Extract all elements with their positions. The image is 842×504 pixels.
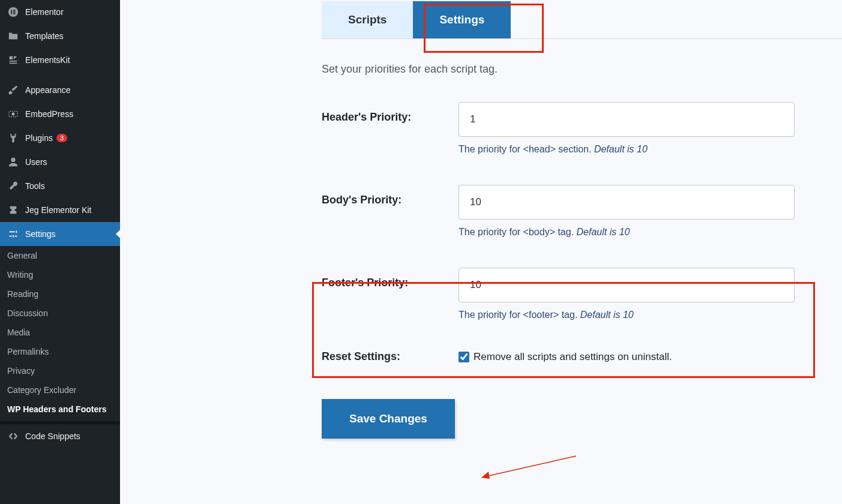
reset-checkbox[interactable] [459,352,469,362]
brush-icon [7,84,19,96]
tab-settings[interactable]: Settings [413,1,511,38]
annotation-arrow [480,452,582,482]
sidebar-item-label: EmbedPress [25,109,73,119]
intro-text: Set your priorities for each script tag. [322,63,842,76]
folder-icon [7,30,19,42]
sidebar-item-plugins[interactable]: Plugins 3 [0,126,120,150]
main-content: Scripts Settings Set your priorities for… [120,0,842,504]
elementor-icon [7,6,19,18]
header-priority-description: The priority for <head> section. Default… [459,144,795,155]
plugins-badge: 3 [56,134,67,142]
row-header-priority: Header's Priority: The priority for <hea… [322,102,842,155]
reset-settings-label: Reset Settings: [322,350,459,363]
reset-checkbox-wrap[interactable]: Remove all scripts and settings on unins… [459,351,672,363]
footer-priority-input[interactable] [459,268,795,302]
body-priority-input[interactable] [459,185,795,220]
svg-point-6 [12,113,14,115]
subitem-media[interactable]: Media [0,323,120,342]
svg-rect-3 [13,11,16,13]
row-footer-priority: Footer's Priority: The priority for <foo… [322,268,842,320]
reset-checkbox-label: Remove all scripts and settings on unins… [474,351,672,363]
sidebar-item-jeg[interactable]: Jeg Elementor Kit [0,198,120,222]
row-reset-settings: Reset Settings: Remove all scripts and s… [322,350,842,363]
subitem-category-excluder[interactable]: Category Excluder [0,380,120,400]
subitem-discussion[interactable]: Discussion [0,304,120,323]
svg-rect-2 [13,10,16,11]
sidebar-item-label: Tools [25,181,45,191]
subitem-writing[interactable]: Writing [0,265,120,284]
elementskit-icon [7,54,19,66]
body-priority-description: The priority for <body> tag. Default is … [459,227,795,238]
sidebar-item-label: Plugins [25,133,53,143]
footer-priority-description: The priority for <footer> tag. Default i… [459,310,795,320]
row-body-priority: Body's Priority: The priority for <body>… [322,185,842,238]
sidebar-item-code-snippets[interactable]: Code Snippets [0,424,120,448]
sidebar-item-label: Elementor [25,7,64,17]
svg-point-7 [11,158,15,162]
sidebar-item-embedpress[interactable]: EmbedPress [0,102,120,126]
subitem-general[interactable]: General [0,246,120,265]
settings-submenu: General Writing Reading Discussion Media… [0,246,120,419]
header-priority-label: Header's Priority: [322,102,459,124]
sidebar-item-label: Users [25,157,47,167]
jeg-icon [7,204,19,216]
user-icon [7,156,19,168]
sidebar-item-label: Code Snippets [25,431,80,441]
subitem-permalinks[interactable]: Permalinks [0,342,120,361]
header-priority-input[interactable] [459,102,795,137]
sidebar-item-templates[interactable]: Templates [0,24,120,48]
tab-scripts[interactable]: Scripts [322,1,413,38]
footer-priority-label: Footer's Priority: [322,268,459,289]
sidebar-item-label: Jeg Elementor Kit [25,205,92,215]
plug-icon [7,132,19,144]
svg-rect-4 [13,13,16,14]
embedpress-icon [7,108,19,120]
admin-sidebar: Elementor Templates ElementsKit Appearan… [0,0,120,504]
sidebar-item-tools[interactable]: Tools [0,174,120,198]
sidebar-item-label: Appearance [25,85,71,95]
subitem-privacy[interactable]: Privacy [0,361,120,380]
sidebar-item-users[interactable]: Users [0,150,120,174]
code-icon [7,430,19,442]
svg-marker-9 [481,472,490,479]
sidebar-item-elementskit[interactable]: ElementsKit [0,48,120,72]
sidebar-item-elementor[interactable]: Elementor [0,0,120,24]
sidebar-item-label: Settings [25,229,56,239]
sidebar-item-label: ElementsKit [25,55,70,65]
sidebar-item-appearance[interactable]: Appearance [0,78,120,102]
sidebar-item-settings[interactable]: Settings [0,222,120,246]
subitem-wp-headers-footers[interactable]: WP Headers and Footers [0,400,120,419]
svg-line-8 [486,456,576,476]
save-changes-button[interactable]: Save Changes [322,399,455,439]
svg-rect-1 [11,10,12,14]
sliders-icon [7,228,19,240]
sidebar-item-label: Templates [25,31,64,41]
tabs: Scripts Settings [322,0,842,39]
wrench-icon [7,180,19,192]
subitem-reading[interactable]: Reading [0,284,120,304]
body-priority-label: Body's Priority: [322,185,459,206]
